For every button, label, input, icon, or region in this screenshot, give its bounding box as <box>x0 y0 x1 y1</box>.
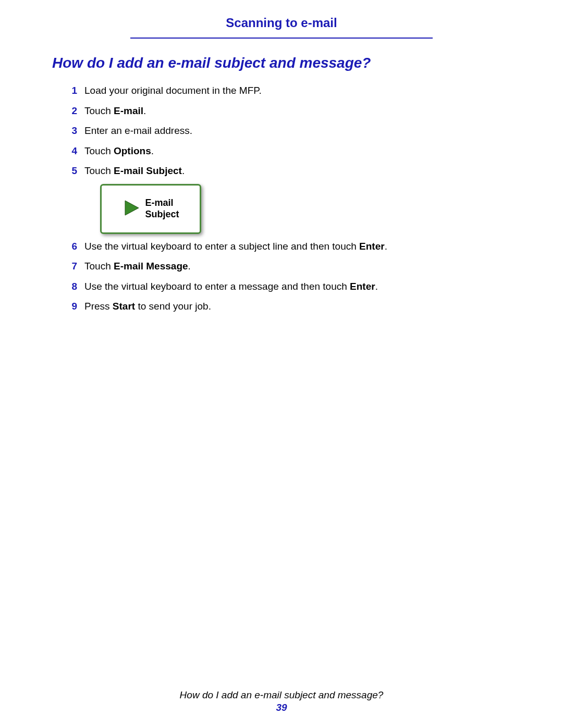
svg-marker-0 <box>125 201 139 215</box>
step-number: 8 <box>63 279 77 294</box>
step-number: 2 <box>63 104 77 119</box>
section-heading: How do I add an e-mail subject and messa… <box>52 55 371 71</box>
step-number: 7 <box>63 259 77 274</box>
list-item: 9 Press Start to send your job. <box>63 299 480 314</box>
page-number: 39 <box>0 702 563 713</box>
step-number: 5 <box>63 164 77 179</box>
step-text: Enter an e-mail address. <box>84 124 192 139</box>
step-list: 1 Load your original document in the MFP… <box>63 78 480 319</box>
button-label: E-mail Subject <box>145 198 179 220</box>
list-item: 3 Enter an e-mail address. <box>63 124 480 139</box>
list-item: 7 Touch E-mail Message. <box>63 259 480 274</box>
list-item: 4 Touch Options. <box>63 144 480 159</box>
page-header: Scanning to e-mail <box>0 16 563 39</box>
step-number: 4 <box>63 144 77 159</box>
footer-section-title: How do I add an e-mail subject and messa… <box>0 689 563 701</box>
step-text: Touch E-mail Message. <box>84 259 191 274</box>
step-text: Use the virtual keyboard to enter a subj… <box>84 239 387 254</box>
page: Scanning to e-mail How do I add an e-mai… <box>0 0 563 728</box>
button-illustration: E-mail Subject <box>100 184 480 234</box>
chapter-title: Scanning to e-mail <box>0 16 563 33</box>
list-item: 2 Touch E-mail. <box>63 104 480 119</box>
page-footer: How do I add an e-mail subject and messa… <box>0 689 563 713</box>
step-number: 1 <box>63 83 77 98</box>
step-text: Touch E-mail. <box>84 104 146 119</box>
step-text: Load your original document in the MFP. <box>84 83 262 98</box>
step-number: 6 <box>63 239 77 254</box>
step-text: Touch E-mail Subject. <box>84 164 185 179</box>
step-text: Use the virtual keyboard to enter a mess… <box>84 279 378 294</box>
list-item: 5 Touch E-mail Subject. <box>63 164 480 179</box>
list-item: 8 Use the virtual keyboard to enter a me… <box>63 279 480 294</box>
list-item: 6 Use the virtual keyboard to enter a su… <box>63 239 480 254</box>
step-number: 3 <box>63 124 77 139</box>
play-icon <box>122 199 141 219</box>
header-divider <box>130 38 433 39</box>
step-text: Press Start to send your job. <box>84 299 211 314</box>
step-text: Touch Options. <box>84 144 154 159</box>
step-number: 9 <box>63 299 77 314</box>
email-subject-button: E-mail Subject <box>100 184 201 234</box>
list-item: 1 Load your original document in the MFP… <box>63 83 480 98</box>
